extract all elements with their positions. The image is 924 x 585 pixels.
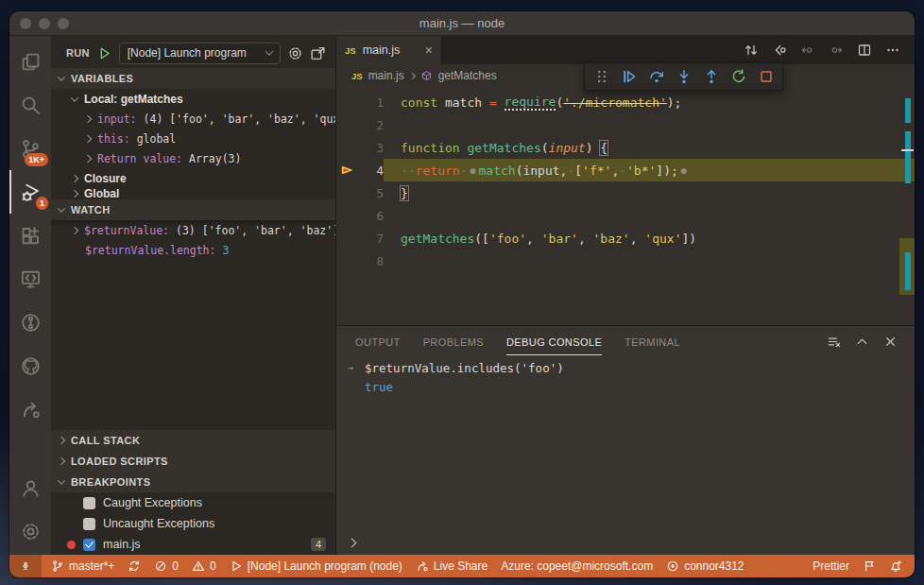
watch-expression-row[interactable]: $returnValue.length:3 [51,240,335,260]
code-token: ● [467,165,478,176]
code-line-4[interactable]: 4··return·●match(input,·['f*',·'b*']);● [336,159,915,181]
breakpoint-row[interactable]: Caught Exceptions [51,492,335,513]
call-stack-section-header[interactable]: CALL STACK [51,430,335,451]
code-line-content[interactable] [384,204,915,227]
activity-item-run-and-debug[interactable]: 1 [9,170,51,214]
tab-main-js[interactable]: JS main.js × [336,36,442,64]
activity-item-gitlens[interactable] [9,301,51,344]
checkbox-checked[interactable] [83,539,95,551]
debug-continue-button[interactable] [615,63,642,90]
breakpoints-section-header[interactable]: BREAKPOINTS [51,472,335,492]
panel-tab-problems[interactable]: PROBLEMS [423,328,484,355]
checkbox-unchecked[interactable] [83,497,95,509]
activity-item-account[interactable] [9,466,51,509]
close-tab-icon[interactable]: × [425,43,433,57]
panel-tab-debug-console[interactable]: DEBUG CONSOLE [506,328,602,355]
launch-config-dropdown[interactable]: [Node] Launch program [119,43,281,64]
minimize-window-button[interactable] [39,18,50,29]
status-item-feedback[interactable] [856,555,882,577]
variables-scope-row[interactable]: Closure [51,168,335,188]
more-actions-button[interactable] [881,38,905,62]
debug-console-input[interactable] [336,530,915,555]
debug-step-out-button[interactable] [697,63,725,90]
status-item-bell-dot[interactable] [882,555,909,577]
github-icon [20,355,42,377]
activity-item-extensions[interactable] [9,214,51,257]
debug-step-into-button[interactable] [670,63,697,90]
play-outline-icon [230,559,243,573]
variable-row[interactable]: Return value:Array(3) [51,148,335,168]
code-line-content[interactable]: function getMatches(input) { [384,136,915,159]
panel-tab-output[interactable]: OUTPUT [355,328,401,355]
code-line-content[interactable] [384,249,915,272]
current-execution-pointer-icon[interactable] [336,163,357,178]
overview-ruler[interactable] [899,87,915,325]
status-item-live-share[interactable]: Live Share [409,555,494,577]
activity-item-live-share[interactable] [9,387,51,431]
code-token: } [401,186,408,200]
variables-section-header[interactable]: VARIABLES [51,68,335,89]
debug-console-open-icon[interactable] [310,45,326,61]
code-line-content[interactable]: } [384,181,915,204]
status-item[interactable]: Prettier [806,555,856,577]
account-icon [20,477,42,499]
warning-triangle-icon [192,559,205,573]
code-line-6[interactable]: 6 [336,204,915,227]
status-item-warning-triangle[interactable]: 0 [185,555,223,577]
code-line-content[interactable]: const match = require('./micromatch'); [384,91,915,113]
window-title: main.js — node [419,16,505,30]
status-item-git-branch[interactable]: master*+ [44,555,121,577]
split-editor-button[interactable] [852,38,877,62]
code-line-8[interactable]: 8 [336,249,915,272]
variable-row[interactable]: this:global [51,129,335,148]
activity-item-settings-gear[interactable] [9,509,51,553]
code-editor[interactable]: 1const match = require('./micromatch');2… [336,87,915,325]
status-item-error-circle[interactable]: 0 [147,555,185,577]
activity-item-source-control[interactable]: 1K+ [9,127,51,170]
step-back-button [796,38,820,62]
activity-item-files[interactable] [9,40,51,83]
activity-item-github[interactable] [9,344,51,387]
gear-icon[interactable] [287,45,303,61]
variable-name: Return value: [97,152,182,165]
watch-expression-row[interactable]: $returnValue:(3) ['foo', 'bar', 'baz'] [51,220,335,240]
debug-restart-button[interactable] [725,63,752,90]
status-item-play-outline[interactable]: [Node] Launch program (node) [223,555,409,577]
debug-step-over-button[interactable] [642,63,670,90]
activity-item-search[interactable] [9,83,51,127]
compare-changes-button[interactable] [739,38,763,62]
code-line-content[interactable] [384,113,915,136]
variable-row[interactable]: input:(4) ['foo', 'bar', 'baz', 'qux'] [51,109,335,129]
extensions-icon [20,225,42,247]
status-item-github-circle[interactable]: connor4312 [659,555,750,577]
watch-section-header[interactable]: WATCH [51,199,335,220]
panel-tab-terminal[interactable]: TERMINAL [625,328,680,355]
loaded-scripts-section-header[interactable]: LOADED SCRIPTS [51,451,335,472]
status-item[interactable]: Azure: copeet@microsoft.com [494,555,659,577]
code-line-content[interactable]: ··return·●match(input,·['f*',·'b*']);● [384,159,915,181]
close-button[interactable] [879,330,901,353]
chevron-up-button[interactable] [850,330,873,353]
close-window-button[interactable] [20,18,31,29]
code-line-3[interactable]: 3function getMatches(input) { [336,136,915,159]
code-line-content[interactable]: getMatches(['foo', 'bar', 'baz', 'qux']) [384,227,915,249]
status-item-sync[interactable] [121,555,147,577]
play-green-icon[interactable] [96,45,112,61]
maximize-window-button[interactable] [58,18,69,29]
checkbox-unchecked[interactable] [83,518,95,530]
variables-scope-row[interactable]: Local: getMatches [51,89,335,109]
reverse-continue-button[interactable] [767,38,792,62]
code-line-2[interactable]: 2 [336,113,915,136]
code-line-1[interactable]: 1const match = require('./micromatch'); [336,91,915,113]
code-line-7[interactable]: 7getMatches(['foo', 'bar', 'baz', 'qux']… [336,227,915,249]
status-item-remote-indicator[interactable] [9,555,42,577]
variables-scope-row[interactable]: Global [51,188,335,199]
breakpoint-row[interactable]: Uncaught Exceptions [51,513,335,534]
debug-console-output[interactable]: →$returnValue.includes('foo')true [336,356,915,530]
breakpoint-row[interactable]: main.js4 [51,534,335,555]
variable-name: this: [97,132,130,146]
debug-stop-button[interactable] [752,63,779,90]
activity-item-remote-explorer[interactable] [9,257,51,301]
code-line-5[interactable]: 5} [336,181,915,204]
clear-console-button[interactable] [822,330,845,353]
